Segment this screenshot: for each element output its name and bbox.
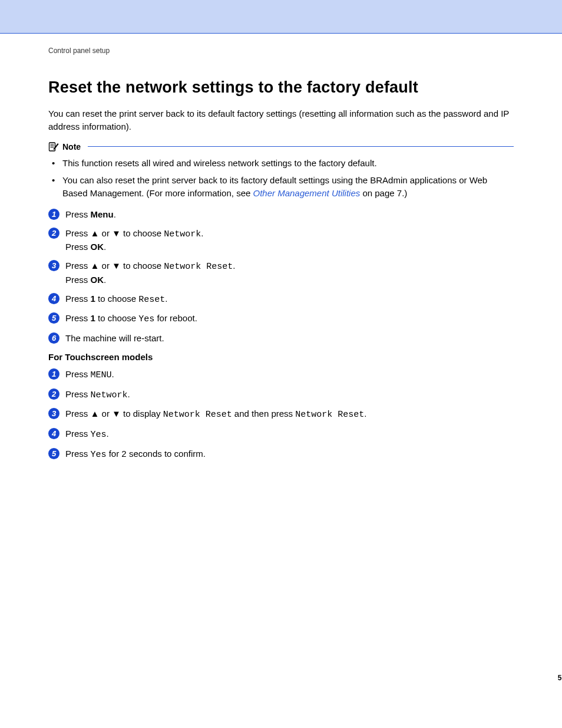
step-number-badge: 5 xyxy=(48,448,59,459)
svg-text:4: 4 xyxy=(51,429,57,438)
svg-rect-0 xyxy=(49,143,55,151)
procedure-step: 5 Press 1 to choose Yes for reboot. xyxy=(48,312,514,326)
step-text: Press Menu. xyxy=(65,208,514,221)
touchscreen-subhead: For Touchscreen models xyxy=(48,352,514,362)
steps-list-touchscreen: 1 Press MENU. 2 Press Network. 3 Press ▲… xyxy=(48,368,514,462)
svg-text:5: 5 xyxy=(52,449,57,458)
page-content: Control panel setup Reset the network se… xyxy=(0,34,562,695)
bold-text: OK xyxy=(91,275,104,285)
down-arrow-icon: ▼ xyxy=(112,409,121,419)
up-arrow-icon: ▲ xyxy=(91,409,100,419)
step-text: Press ▲ or ▼ to choose Network.Press OK. xyxy=(65,227,514,254)
note-header: Note xyxy=(48,141,514,152)
touchscreen-step: 5 Press Yes for 2 seconds to confirm. xyxy=(48,447,514,462)
step-text: The machine will re-start. xyxy=(65,332,514,345)
intro-paragraph: You can reset the print server back to i… xyxy=(48,107,514,133)
step-text: Press 1 to choose Reset. xyxy=(65,292,514,307)
down-arrow-icon: ▼ xyxy=(112,228,121,238)
display-text: Network Reset xyxy=(164,262,233,272)
step-text: Press MENU. xyxy=(65,368,514,382)
step-number-badge: 4 xyxy=(48,293,59,304)
note-rule xyxy=(88,146,514,147)
touchscreen-step: 4 Press Yes. xyxy=(48,427,514,442)
down-arrow-icon: ▼ xyxy=(112,261,121,271)
bold-text: Menu xyxy=(91,209,114,219)
up-arrow-icon: ▲ xyxy=(91,228,100,238)
display-text: Yes xyxy=(138,314,154,324)
step-number-badge: 4 xyxy=(48,428,59,439)
note-list: This function resets all wired and wirel… xyxy=(48,157,514,200)
step-text: Press ▲ or ▼ to choose Network Reset.Pre… xyxy=(65,259,514,286)
note-item: You can also reset the print server back… xyxy=(59,174,514,200)
display-text: Yes xyxy=(91,450,107,460)
note-icon xyxy=(48,141,59,152)
procedure-step: 1 Press Menu. xyxy=(48,208,514,221)
svg-text:6: 6 xyxy=(52,334,57,342)
page-footer: 51 xyxy=(558,673,562,683)
procedure-step: 2 Press ▲ or ▼ to choose Network.Press O… xyxy=(48,227,514,254)
svg-text:1: 1 xyxy=(52,370,56,378)
step-text: Press Network. xyxy=(65,388,514,402)
up-arrow-icon: ▲ xyxy=(91,261,100,271)
svg-text:2: 2 xyxy=(51,390,57,398)
procedure-step: 3 Press ▲ or ▼ to choose Network Reset.P… xyxy=(48,259,514,286)
procedure-step: 4 Press 1 to choose Reset. xyxy=(48,292,514,307)
step-number-badge: 3 xyxy=(48,408,59,419)
bold-text: 1 xyxy=(91,294,95,304)
display-text: Network Reset xyxy=(163,410,232,420)
step-number-badge: 1 xyxy=(48,368,59,380)
touchscreen-step: 3 Press ▲ or ▼ to display Network Reset … xyxy=(48,407,514,421)
top-banner xyxy=(0,0,562,33)
svg-text:2: 2 xyxy=(51,229,57,238)
step-text: Press Yes. xyxy=(65,427,514,442)
procedure-step: 6 The machine will re-start. xyxy=(48,332,514,345)
step-number-badge: 6 xyxy=(48,332,59,344)
display-text: MENU xyxy=(91,370,112,380)
step-text: Press Yes for 2 seconds to confirm. xyxy=(65,447,514,462)
step-text: Press ▲ or ▼ to display Network Reset an… xyxy=(65,407,514,421)
touchscreen-step: 1 Press MENU. xyxy=(48,368,514,382)
step-number-badge: 2 xyxy=(48,228,59,239)
note-item: This function resets all wired and wirel… xyxy=(59,157,514,170)
bold-text: 1 xyxy=(91,313,95,323)
step-number-badge: 3 xyxy=(48,260,59,271)
step-number-badge: 1 xyxy=(48,209,59,220)
display-text: Network xyxy=(164,229,201,239)
bold-text: OK xyxy=(91,242,104,252)
display-text: Network xyxy=(91,390,128,400)
svg-text:3: 3 xyxy=(52,261,57,270)
svg-text:3: 3 xyxy=(52,409,57,418)
step-number-badge: 2 xyxy=(48,388,59,400)
page-title: Reset the network settings to the factor… xyxy=(48,78,514,97)
svg-text:5: 5 xyxy=(52,314,57,322)
touchscreen-step: 2 Press Network. xyxy=(48,388,514,402)
display-text: Reset xyxy=(138,295,165,305)
step-number-badge: 5 xyxy=(48,312,59,324)
steps-list: 1 Press Menu. 2 Press ▲ or ▼ to choose N… xyxy=(48,208,514,345)
step-text: Press 1 to choose Yes for reboot. xyxy=(65,312,514,326)
note-label: Note xyxy=(62,142,81,151)
page-number: 51 xyxy=(558,674,562,682)
svg-text:1: 1 xyxy=(52,210,56,219)
display-text: Network Reset xyxy=(295,410,364,420)
svg-text:4: 4 xyxy=(51,294,57,303)
breadcrumb: Control panel setup xyxy=(48,47,514,55)
cross-reference-link[interactable]: Other Management Utilities xyxy=(253,188,360,198)
display-text: Yes xyxy=(91,430,107,440)
note-block: Note This function resets all wired and … xyxy=(48,141,514,200)
